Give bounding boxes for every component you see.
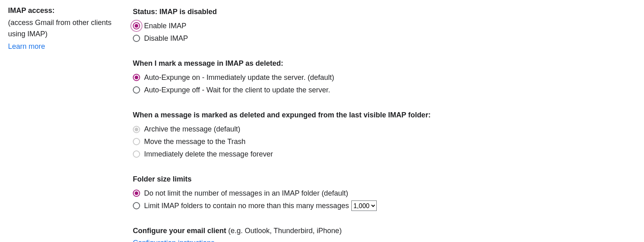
option-label: Move the message to the Trash xyxy=(144,136,246,148)
move-to-trash-option[interactable]: Move the message to the Trash xyxy=(133,136,636,148)
radio-icon xyxy=(133,22,140,29)
radio-icon xyxy=(133,74,140,81)
imap-settings-panel: IMAP access: (access Gmail from other cl… xyxy=(0,0,644,242)
disable-imap-option[interactable]: Disable IMAP xyxy=(133,32,636,45)
enable-imap-option[interactable]: Enable IMAP xyxy=(133,20,636,32)
expunged-action-section: When a message is marked as deleted and … xyxy=(133,110,636,160)
configure-client-section: Configure your email client (e.g. Outloo… xyxy=(133,225,636,242)
folder-size-limits-heading: Folder size limits xyxy=(133,174,636,185)
option-label: Disable IMAP xyxy=(144,32,188,45)
configuration-instructions-link[interactable]: Configuration instructions xyxy=(133,239,215,242)
auto-expunge-on-option[interactable]: Auto-Expunge on - Immediately update the… xyxy=(133,71,636,84)
radio-icon xyxy=(133,202,140,209)
imap-access-title: IMAP access: xyxy=(8,6,129,15)
radio-icon xyxy=(133,138,140,145)
expunged-action-heading: When a message is marked as deleted and … xyxy=(133,110,636,121)
imap-access-description: (access Gmail from other clients using I… xyxy=(8,17,129,40)
configure-client-hint: (e.g. Outlook, Thunderbird, iPhone) xyxy=(228,227,342,235)
option-label: Limit IMAP folders to contain no more th… xyxy=(144,200,349,212)
radio-icon xyxy=(133,150,140,158)
archive-option[interactable]: Archive the message (default) xyxy=(133,123,636,136)
radio-icon xyxy=(133,86,140,94)
status-section: Status: IMAP is disabled Enable IMAP Dis… xyxy=(133,6,636,44)
auto-expunge-off-option[interactable]: Auto-Expunge off - Wait for the client t… xyxy=(133,84,636,96)
right-column: Status: IMAP is disabled Enable IMAP Dis… xyxy=(133,6,636,242)
radio-icon xyxy=(133,190,140,197)
option-label: Do not limit the number of messages in a… xyxy=(144,187,348,200)
radio-icon xyxy=(133,35,140,42)
status-heading: Status: IMAP is disabled xyxy=(133,6,636,17)
option-label: Archive the message (default) xyxy=(144,123,240,136)
expunge-behavior-heading: When I mark a message in IMAP as deleted… xyxy=(133,58,636,69)
limit-messages-option[interactable]: Limit IMAP folders to contain no more th… xyxy=(133,200,636,212)
message-limit-select[interactable]: 1,000 xyxy=(351,200,377,211)
option-label: Enable IMAP xyxy=(144,20,186,32)
configure-client-heading: Configure your email client (e.g. Outloo… xyxy=(133,225,636,236)
configure-client-title: Configure your email client xyxy=(133,227,228,235)
option-label: Immediately delete the message forever xyxy=(144,148,273,161)
folder-size-limits-section: Folder size limits Do not limit the numb… xyxy=(133,174,636,212)
left-column: IMAP access: (access Gmail from other cl… xyxy=(8,6,133,242)
option-label: Auto-Expunge on - Immediately update the… xyxy=(144,71,334,84)
learn-more-link[interactable]: Learn more xyxy=(8,42,45,51)
radio-icon xyxy=(133,126,140,133)
no-limit-option[interactable]: Do not limit the number of messages in a… xyxy=(133,187,636,200)
option-label: Auto-Expunge off - Wait for the client t… xyxy=(144,84,330,96)
expunge-behavior-section: When I mark a message in IMAP as deleted… xyxy=(133,58,636,96)
delete-forever-option[interactable]: Immediately delete the message forever xyxy=(133,148,636,161)
